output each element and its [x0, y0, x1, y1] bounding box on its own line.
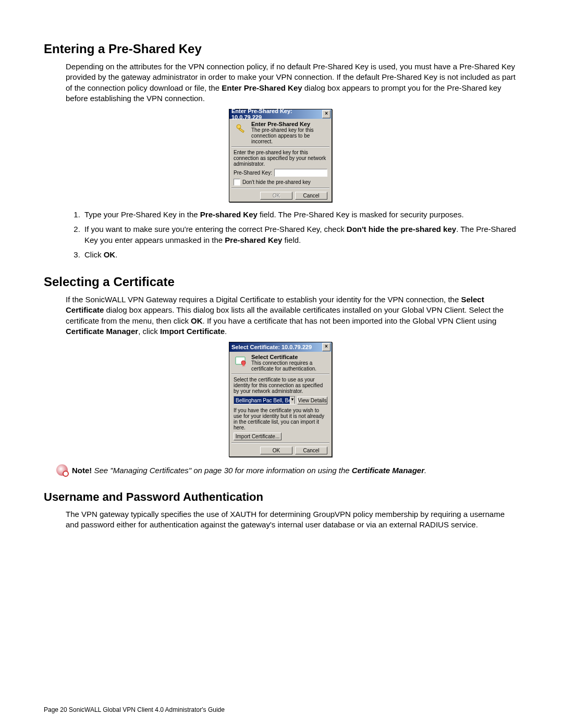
note-bold: Note! — [72, 466, 92, 475]
dialog-instruction: Select the certificate to use as your id… — [234, 377, 327, 394]
text: . — [115, 250, 117, 259]
dialog-instruction: Enter the pre-shared key for this connec… — [234, 150, 327, 167]
text: If you want to make sure you're entering… — [84, 225, 347, 233]
heading-entering-psk: Entering a Pre-Shared Key — [44, 42, 517, 56]
sec1-steps: Type your Pre-Shared Key in the Pre-shar… — [66, 209, 517, 260]
heading-selecting-cert: Selecting a Certificate — [44, 275, 517, 289]
text: Type your Pre-Shared Key in the — [84, 210, 200, 219]
text-bold: Certificate Manager — [66, 327, 138, 336]
note-ital: See "Managing Certificates" on page 30 f… — [94, 466, 352, 475]
document-page: Entering a Pre-Shared Key Depending on t… — [0, 0, 563, 728]
psk-input[interactable] — [274, 169, 327, 177]
list-item: If you want to make sure you're entering… — [82, 224, 517, 245]
dialog-titlebar[interactable]: Select Certificate: 10.0.79.229 × — [229, 342, 332, 352]
page-footer: Page 20 SonicWALL Global VPN Client 4.0 … — [44, 706, 225, 713]
note-ital-bold: Certificate Manager — [352, 466, 424, 475]
dialog-button-row: OK Cancel — [234, 447, 327, 454]
enter-psk-dialog: Enter Pre-Shared Key: 10.0.79.229 × Ente… — [229, 109, 332, 202]
import-row: Import Certificate... — [234, 433, 327, 440]
dialog-header-bold: Select Certificate — [251, 354, 298, 360]
view-details-button[interactable]: View Details — [297, 397, 327, 404]
cancel-button[interactable]: Cancel — [295, 192, 327, 200]
dialog-instruction-2: If you have the certificate you wish to … — [234, 408, 327, 430]
dialog-header: Enter Pre-Shared Key The pre-shared key … — [234, 121, 327, 144]
svg-point-0 — [237, 125, 241, 129]
text-bold: Enter Pre-Shared Key — [222, 83, 302, 92]
sec1-paragraph: Depending on the attributes for the VPN … — [66, 61, 517, 104]
select-cert-dialog: Select Certificate: 10.0.79.229 × Select… — [229, 342, 332, 457]
note-icon — [56, 464, 68, 476]
dialog-header-bold: Enter Pre-Shared Key — [251, 121, 310, 127]
text-bold: Pre-shared Key — [225, 236, 282, 244]
sec1-body: Depending on the attributes for the VPN … — [66, 61, 517, 104]
dialog-header-sub: This connection requires a certificate f… — [251, 360, 316, 372]
close-icon[interactable]: × — [322, 110, 331, 118]
dialog-title: Enter Pre-Shared Key: 10.0.79.229 — [231, 108, 322, 120]
text: field. The Pre-Shared Key is masked for … — [258, 210, 464, 219]
text-bold: Don't hide the pre-shared key — [347, 225, 456, 233]
dont-hide-label: Don't hide the pre-shared key — [242, 179, 311, 185]
cert-select-row: Bellingham Pac Bell, Bellingham Pac Bell… — [234, 396, 327, 404]
svg-point-3 — [241, 361, 246, 365]
dialog-title: Select Certificate: 10.0.79.229 — [231, 344, 312, 350]
heading-username-password: Username and Password Authentication — [44, 490, 517, 504]
dialog-header-sub: The pre-shared key for this connection a… — [251, 127, 314, 144]
import-certificate-button[interactable]: Import Certificate... — [234, 433, 282, 440]
text: field. — [282, 236, 301, 244]
sec3-paragraph: The VPN gateway typically specifies the … — [66, 509, 517, 530]
key-icon — [234, 121, 248, 135]
list-item: Click OK. — [82, 250, 517, 260]
text: . — [225, 327, 227, 336]
text: Click — [84, 250, 104, 259]
cert-selected-value: Bellingham Pac Bell, Bellingham Pac Bell… — [236, 398, 290, 403]
ok-button[interactable]: OK — [260, 447, 292, 454]
cert-dialog-figure: Select Certificate: 10.0.79.229 × Select… — [44, 342, 517, 457]
text-bold: Import Certificate — [160, 327, 225, 336]
ok-button[interactable]: OK — [260, 192, 292, 200]
dialog-header-text: Enter Pre-Shared Key The pre-shared key … — [251, 121, 327, 144]
note-ital: . — [424, 466, 426, 475]
text: , click — [138, 327, 160, 336]
dialog-header: Select Certificate This connection requi… — [234, 354, 327, 372]
cert-select[interactable]: Bellingham Pac Bell, Bellingham Pac Bell… — [234, 396, 296, 404]
sec2-paragraph: If the SonicWALL VPN Gateway requires a … — [66, 294, 517, 337]
psk-checkbox-row: Don't hide the pre-shared key — [234, 179, 327, 186]
svg-rect-1 — [239, 128, 244, 132]
psk-field-row: Pre-Shared Key: — [234, 169, 327, 177]
text-bold: Pre-shared Key — [200, 210, 258, 219]
dialog-header-text: Select Certificate This connection requi… — [251, 354, 327, 372]
text: If the SonicWALL VPN Gateway requires a … — [66, 295, 461, 304]
sec3-body: The VPN gateway typically specifies the … — [66, 509, 517, 530]
certificate-icon — [234, 354, 248, 368]
sec2-body: If the SonicWALL VPN Gateway requires a … — [66, 294, 517, 337]
dialog-titlebar[interactable]: Enter Pre-Shared Key: 10.0.79.229 × — [229, 109, 332, 119]
dont-hide-checkbox[interactable] — [234, 179, 240, 186]
cancel-button[interactable]: Cancel — [295, 447, 327, 454]
text-bold: OK — [104, 250, 116, 259]
list-item: Type your Pre-Shared Key in the Pre-shar… — [82, 209, 517, 220]
psk-dialog-figure: Enter Pre-Shared Key: 10.0.79.229 × Ente… — [44, 109, 517, 202]
chevron-down-icon[interactable]: ▼ — [290, 396, 295, 404]
dialog-button-row: OK Cancel — [234, 192, 327, 200]
note-text: Note! See "Managing Certificates" on pag… — [72, 466, 426, 475]
text: . If you have a certificate that has not… — [203, 316, 497, 325]
psk-field-label: Pre-Shared Key: — [234, 170, 272, 176]
note-row: Note! See "Managing Certificates" on pag… — [56, 464, 517, 476]
text-bold: OK — [191, 316, 203, 325]
close-icon[interactable]: × — [322, 343, 331, 351]
